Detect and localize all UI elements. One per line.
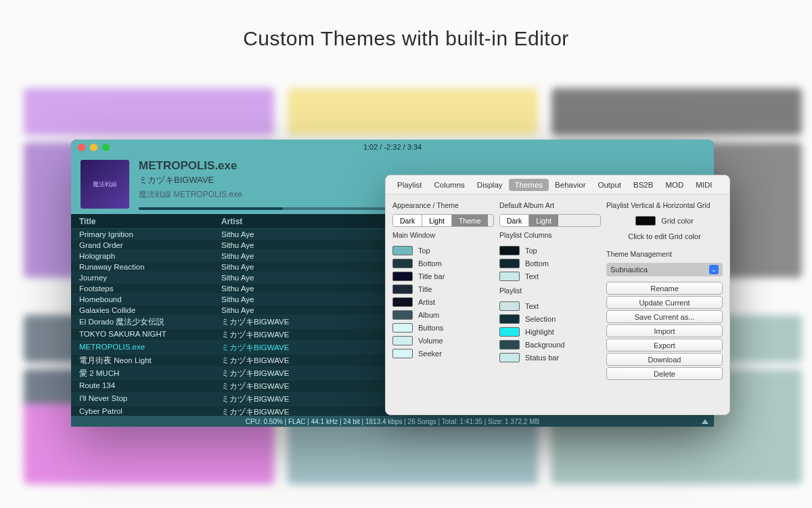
- tab-playlist[interactable]: Playlist: [391, 179, 428, 191]
- grid-color-label: Grid color: [661, 217, 694, 225]
- seg-theme[interactable]: Theme: [452, 215, 488, 226]
- swatch-label: Artist: [418, 298, 435, 306]
- color-swatch-artist[interactable]: [392, 297, 413, 307]
- swatch-label: Status bar: [525, 354, 559, 362]
- album-art[interactable]: 魔法戦線: [81, 160, 129, 209]
- color-swatch-bottom[interactable]: [499, 259, 520, 268]
- swatch-label: Album: [418, 311, 439, 319]
- tab-themes[interactable]: Themes: [509, 179, 549, 191]
- traffic-lights: [78, 144, 110, 151]
- swatch-label: Background: [525, 341, 565, 349]
- playback-time: 1:02 / -2:32 / 3:34: [363, 143, 422, 151]
- swatch-label: Top: [418, 247, 430, 255]
- tab-columns[interactable]: Columns: [428, 179, 470, 191]
- now-playing-title: METROPOLIS.exe: [139, 159, 652, 173]
- appearance-label: Appearance / Theme: [392, 201, 494, 209]
- color-swatch-text[interactable]: [499, 301, 520, 311]
- expand-icon[interactable]: [702, 419, 708, 424]
- swatch-label: Selection: [525, 315, 556, 323]
- tab-midi[interactable]: MIDI: [690, 179, 718, 191]
- color-swatch-top[interactable]: [392, 246, 413, 255]
- color-swatch-text[interactable]: [499, 272, 520, 281]
- theme-dropdown[interactable]: Subnautica ⌄: [606, 263, 723, 276]
- swatch-label: Volume: [418, 337, 443, 345]
- seg-light[interactable]: Light: [529, 215, 558, 226]
- color-swatch-top[interactable]: [499, 246, 520, 255]
- theme-management-label: Theme Management: [606, 250, 723, 258]
- seg-dark[interactable]: Dark: [393, 215, 422, 226]
- swatch-label: Bottom: [525, 259, 549, 268]
- swatch-label: Title bar: [418, 272, 445, 280]
- grid-hint: Click to edit Grid color: [606, 232, 723, 240]
- swatch-label: Bottom: [418, 259, 442, 268]
- maximize-icon[interactable]: [102, 144, 110, 151]
- color-swatch-status-bar[interactable]: [499, 353, 520, 362]
- preferences-window: PlaylistColumnsDisplayThemesBehaviorOutp…: [385, 175, 730, 415]
- color-swatch-seeker[interactable]: [392, 349, 413, 358]
- seg-dark[interactable]: Dark: [500, 215, 529, 226]
- swatch-label: Highlight: [525, 328, 554, 336]
- close-icon[interactable]: [78, 144, 85, 151]
- import-button[interactable]: Import: [606, 324, 723, 337]
- color-swatch-selection[interactable]: [499, 314, 520, 324]
- color-swatch-volume[interactable]: [392, 336, 413, 345]
- update-current-button[interactable]: Update Current: [606, 296, 723, 309]
- status-bar: CPU: 0.50% | FLAC | 44.1 kHz | 24 bit | …: [71, 416, 714, 427]
- seg-light[interactable]: Light: [422, 215, 452, 226]
- swatch-label: Top: [525, 247, 537, 255]
- tab-mod[interactable]: MOD: [659, 179, 690, 191]
- color-swatch-buttons[interactable]: [392, 323, 413, 333]
- default-art-segment[interactable]: DarkLight: [499, 214, 601, 227]
- color-swatch-title-bar[interactable]: [392, 272, 413, 281]
- default-art-label: Default Album Art: [499, 201, 601, 209]
- export-button[interactable]: Export: [606, 339, 723, 352]
- color-swatch-bottom[interactable]: [392, 259, 413, 268]
- swatch-label: Text: [525, 272, 539, 280]
- swatch-label: Seeker: [418, 350, 442, 358]
- tab-output[interactable]: Output: [591, 179, 627, 191]
- playlist-section-label: Playlist: [499, 287, 601, 295]
- main-window-label: Main Window: [392, 231, 494, 239]
- swatch-label: Title: [418, 285, 432, 293]
- color-swatch-highlight[interactable]: [499, 327, 520, 337]
- color-swatch-background[interactable]: [499, 340, 520, 350]
- save-current-as--button[interactable]: Save Current as...: [606, 310, 723, 323]
- tab-display[interactable]: Display: [471, 179, 509, 191]
- page-heading: Custom Themes with built-in Editor: [0, 27, 812, 50]
- tab-bs2b[interactable]: BS2B: [627, 179, 659, 191]
- tab-behavior[interactable]: Behavior: [549, 179, 591, 191]
- delete-button[interactable]: Delete: [606, 367, 723, 380]
- grid-color-swatch[interactable]: [635, 216, 656, 226]
- color-swatch-title[interactable]: [392, 284, 413, 294]
- color-swatch-album[interactable]: [392, 310, 413, 320]
- download-button[interactable]: Download: [606, 353, 723, 366]
- swatch-label: Buttons: [418, 324, 443, 332]
- prefs-tabs: PlaylistColumnsDisplayThemesBehaviorOutp…: [386, 175, 729, 194]
- grid-label: Playlist Vertical & Horizontal Grid: [606, 201, 723, 209]
- swatch-label: Text: [525, 302, 539, 310]
- playlist-cols-label: Playlist Columns: [499, 231, 601, 239]
- titlebar[interactable]: 1:02 / -2:32 / 3:34: [71, 140, 714, 154]
- chevron-down-icon: ⌄: [709, 265, 719, 274]
- appearance-segment[interactable]: DarkLightTheme: [392, 214, 494, 227]
- column-title[interactable]: Title: [79, 217, 221, 226]
- rename-button[interactable]: Rename: [606, 282, 723, 295]
- minimize-icon[interactable]: [90, 144, 97, 151]
